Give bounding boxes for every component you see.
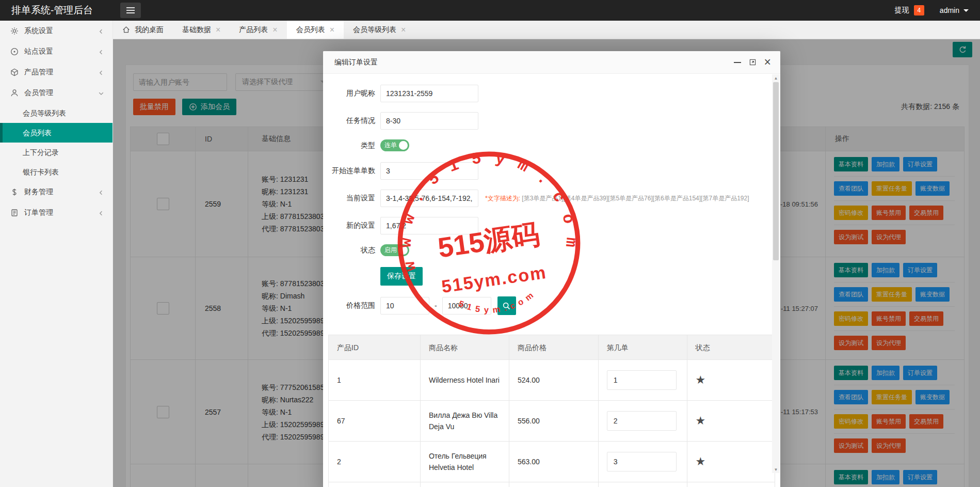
site-icon [10,48,19,56]
tab[interactable]: 产品列表× [230,21,286,39]
price-range-label: 价格范围 [323,301,375,310]
tab-close-icon[interactable]: × [330,26,334,34]
tab-close-icon[interactable]: × [272,26,277,34]
scroll-up-icon[interactable]: ▲ [772,74,780,82]
search-icon [502,302,511,310]
product-header-cell: 产品ID [329,335,421,359]
chevron-down-icon [963,9,969,14]
user-dropdown[interactable]: admin [940,6,969,14]
start-count-label: 开始连单单数 [323,166,375,176]
star-filled-icon[interactable]: ★ [696,374,706,386]
product-row: 67Вилла Дежа Вю Villa Deja Vu556.00★ [329,401,775,442]
sidebar-item-0[interactable]: 系统设置 [0,21,113,41]
nickname-input[interactable] [380,85,478,102]
modal-controls: × [734,51,771,73]
product-cell-status: ★ [687,442,775,482]
chevron-down-icon [98,90,104,96]
gear-icon [10,27,19,35]
minimize-icon[interactable] [734,62,741,63]
tab[interactable]: 会员等级列表× [344,21,415,39]
price-search-button[interactable] [497,296,516,315]
product-cell-order [599,482,687,487]
tab[interactable]: 基础数据× [173,21,230,39]
product-cell-name: Арарат Парк Хаятт Москва Ararat Park Hot… [421,482,509,487]
sidebar-item-2[interactable]: 产品管理 [0,62,113,83]
order-number-input[interactable] [607,411,677,431]
nickname-label: 用户昵称 [323,89,375,98]
star-filled-icon[interactable]: ★ [696,415,706,427]
modal-scrollbar[interactable]: ▲ ▼ [772,74,780,473]
product-cell-name: Вилла Дежа Вю Villa Deja Vu [421,401,509,441]
price-max-input[interactable] [442,297,491,315]
username: admin [940,6,959,14]
new-setting-input[interactable] [380,217,478,234]
tab[interactable]: 我的桌面 [113,21,173,39]
chevron-left-icon [98,49,104,55]
sidebar-subitem[interactable]: 上下分记录 [0,143,113,162]
sidebar-item-1[interactable]: 站点设置 [0,41,113,62]
current-setting-input[interactable] [380,190,478,207]
sidebar-item-label: 订单管理 [24,208,98,217]
start-count-input[interactable] [380,162,478,180]
tab-label: 会员等级列表 [353,25,396,35]
sidebar-subitem[interactable]: 银行卡列表 [0,162,113,182]
sidebar-item-3[interactable]: 会员管理 [0,83,113,103]
type-label: 类型 [323,141,375,150]
product-cell-status: ★ [687,401,775,441]
sidebar-item-5[interactable]: 订单管理 [0,202,113,223]
hamburger-menu-button[interactable] [120,3,141,18]
product-header-cell: 商品价格 [509,335,599,359]
product-row: 1Wilderness Hotel Inari524.00★ [329,360,775,401]
maximize-icon[interactable] [749,59,756,66]
product-cell-id: 26 [329,482,421,487]
product-cell-status: ★ [687,360,775,400]
chevron-left-icon [98,189,104,195]
sidebar-item-4[interactable]: 财务管理 [0,182,113,202]
scrollbar-thumb[interactable] [773,82,779,260]
current-setting-note: *文字描述为: [第3单是产品1][第4单是产品39][第5单是产品76][第6… [485,194,749,203]
product-cell-order [599,401,687,441]
status-label: 状态 [323,246,375,255]
sidebar-submenu: 会员等级列表会员列表上下分记录银行卡列表 [0,103,113,182]
sidebar-item-label: 站点设置 [24,47,98,56]
tab-label: 我的桌面 [135,25,164,35]
app-title: 排单系统-管理后台 [0,4,113,17]
product-row: 2Отель Гельвеция Helvetia Hotel563.00★ [329,442,775,482]
new-setting-label: 新的设置 [323,221,375,230]
withdraw-menu[interactable]: 提现 4 [895,5,924,15]
close-icon[interactable]: × [764,56,771,68]
product-cell-id: 67 [329,401,421,441]
sidebar-item-label: 会员管理 [24,88,98,98]
tab-label: 产品列表 [239,25,268,35]
tab-bar: 我的桌面基础数据×产品列表×会员列表×会员等级列表× [113,21,980,39]
tab-label: 基础数据 [182,25,211,35]
order-icon [10,209,19,217]
type-toggle[interactable]: 连单 [380,139,409,151]
tab-close-icon[interactable]: × [216,26,220,34]
modal-body: 用户昵称 任务情况 类型 连单 开始连单单数 当前设置 *文字描述为: [第3单… [323,74,780,487]
save-settings-button[interactable]: 保存设置 [380,267,423,286]
dollar-icon [10,188,19,196]
page: { "colors": {"teal":"#009688","blue":"#1… [0,0,980,487]
price-separator: - [435,302,437,310]
star-filled-icon[interactable]: ★ [696,456,706,467]
sidebar-item-label: 产品管理 [24,68,98,77]
sidebar: 系统设置站点设置产品管理会员管理会员等级列表会员列表上下分记录银行卡列表财务管理… [0,21,113,487]
task-input[interactable] [380,112,478,130]
order-number-input[interactable] [607,452,677,472]
price-min-input[interactable] [380,297,429,315]
sidebar-item-label: 系统设置 [24,26,98,36]
edit-order-settings-modal: 编辑订单设置 × 用户昵称 任务情况 类型 连单 [323,51,780,487]
current-setting-label: 当前设置 [323,194,375,203]
tab-close-icon[interactable]: × [401,26,406,34]
sidebar-subitem[interactable]: 会员等级列表 [0,103,113,123]
chevron-left-icon [98,28,104,34]
sidebar-subitem[interactable]: 会员列表 [0,123,113,143]
status-toggle[interactable]: 启用 [380,244,409,256]
scroll-down-icon[interactable]: ▼ [772,466,780,473]
order-number-input[interactable] [607,370,677,390]
product-cell-price: 524.00 [509,360,599,400]
modal-title: 编辑订单设置 [334,58,378,66]
tab[interactable]: 会员列表× [287,21,344,39]
product-cell-name: Отель Гельвеция Helvetia Hotel [421,442,509,482]
